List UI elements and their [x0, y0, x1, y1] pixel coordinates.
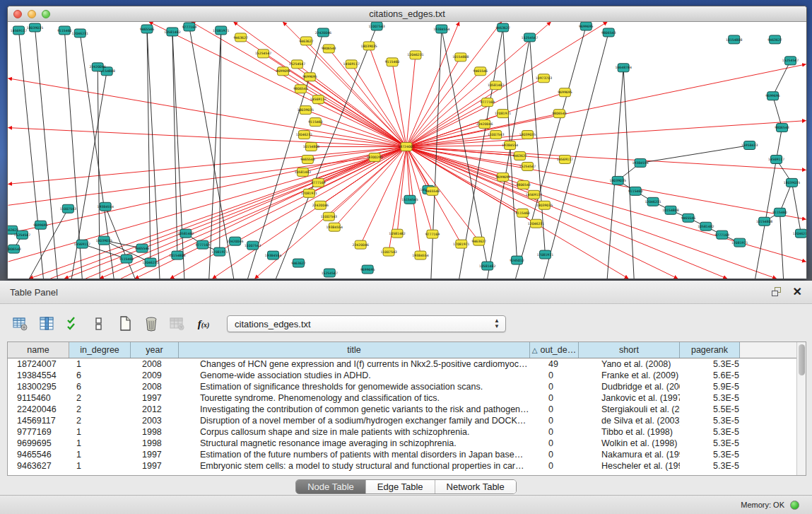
graph-edge[interactable] — [306, 41, 406, 147]
graph-node[interactable]: 11007543 — [368, 22, 384, 30]
graph-node[interactable]: 10154808 — [726, 35, 742, 44]
graph-node[interactable]: 12046231 — [72, 29, 88, 37]
graph-node[interactable]: 9463627 — [767, 35, 782, 44]
graph-node[interactable]: 17081971 — [495, 110, 511, 118]
table-row[interactable]: 1938455462009Genome-wide association stu… — [8, 370, 806, 381]
graph-node[interactable]: 9115460 — [772, 208, 787, 216]
table-row[interactable]: 977716911998Corpus callosum shape and si… — [8, 426, 806, 438]
cell-short[interactable]: Jankovic et al. (1997) — [579, 392, 680, 404]
graph-node[interactable]: 12046231 — [296, 131, 312, 139]
graph-node[interactable]: 10581482 — [479, 262, 495, 270]
graph-node[interactable]: 10973703 — [536, 74, 552, 83]
graph-node[interactable]: 9465546 — [473, 67, 488, 76]
cell-pagerank[interactable]: 5.6E-5 — [680, 370, 740, 381]
graph-node[interactable]: 17081971 — [537, 250, 553, 259]
cell-title[interactable]: Changes of HCN gene expression and I(f) … — [179, 358, 530, 370]
cell-year[interactable]: 1998 — [131, 438, 179, 449]
cell-pagerank[interactable]: 5.9E-5 — [680, 381, 740, 392]
graph-edge[interactable] — [172, 32, 177, 255]
cell-pagerank[interactable]: 5.3E-5 — [680, 438, 740, 449]
cell-year[interactable]: 2008 — [131, 358, 179, 370]
cell-in_degree[interactable]: 2 — [69, 392, 131, 404]
cell-in_degree[interactable]: 1 — [69, 460, 131, 472]
graph-node[interactable]: 14569117 — [557, 155, 573, 163]
graph-node[interactable]: 9777169 — [425, 230, 440, 238]
graph-node[interactable]: 9245012 — [510, 256, 524, 264]
graph-edge[interactable] — [397, 147, 406, 234]
graph-node[interactable]: 14569117 — [526, 190, 542, 199]
graph-edge[interactable] — [777, 128, 782, 160]
table-row[interactable]: 1872400712008Changes of HCN gene express… — [8, 358, 806, 370]
cell-title[interactable]: Estimation of significance thresholds fo… — [179, 381, 530, 392]
graph-node[interactable]: 14569117 — [11, 26, 27, 35]
graph-node[interactable]: 14569117 — [74, 240, 90, 248]
graph-node[interactable]: 10581482 — [164, 28, 180, 36]
graph-edge[interactable] — [170, 147, 406, 279]
graph-node[interactable]: 9806543 — [601, 28, 616, 37]
cell-name[interactable]: 19384554 — [8, 370, 69, 381]
graph-node[interactable]: 10154808 — [662, 206, 678, 214]
new-column-button[interactable] — [114, 314, 136, 334]
graph-edge[interactable] — [19, 30, 44, 279]
graph-node[interactable]: 18039035 — [519, 131, 536, 139]
memory-status-indicator[interactable] — [790, 501, 799, 510]
graph-node[interactable]: 9777169 — [196, 240, 210, 249]
graph-node[interactable]: 9806543 — [8, 245, 21, 253]
graph-node[interactable]: 9465546 — [135, 244, 149, 252]
graph-edge[interactable] — [406, 22, 459, 147]
graph-edge[interactable] — [516, 26, 587, 279]
graph-node[interactable]: 9463627 — [472, 237, 486, 245]
graph-node[interactable]: 18039035 — [96, 236, 112, 245]
cell-out_degree[interactable]: 0 — [530, 381, 579, 392]
cell-pagerank[interactable]: 5.3E-5 — [680, 358, 740, 370]
graph-node[interactable]: 9463627 — [495, 23, 510, 32]
graph-node[interactable]: 11007543 — [380, 247, 396, 256]
cell-title[interactable]: Embryonic stem cells: a model to study s… — [179, 460, 530, 472]
cell-name[interactable]: 9463627 — [8, 460, 69, 472]
scrollbar-thumb[interactable] — [799, 344, 805, 375]
graph-node[interactable]: 22420046 — [476, 120, 493, 129]
graph-edge[interactable] — [8, 78, 406, 147]
select-all-button[interactable] — [62, 314, 83, 334]
graph-edge[interactable] — [442, 29, 488, 266]
tab-node-table[interactable]: Node Table — [296, 480, 366, 493]
graph-node[interactable]: 9115460 — [308, 118, 322, 127]
graph-node[interactable]: 9777169 — [715, 230, 729, 239]
graph-edge[interactable] — [792, 182, 801, 233]
graph-node[interactable]: 10581482 — [488, 81, 504, 90]
cell-year[interactable]: 2003 — [131, 415, 179, 426]
cell-pagerank[interactable]: 5.3E-5 — [680, 392, 740, 404]
deselect-all-button[interactable] — [88, 314, 110, 334]
graph-node[interactable]: 10154808 — [169, 251, 185, 259]
cell-out_degree[interactable]: 0 — [530, 449, 579, 460]
graph-edge[interactable] — [640, 146, 750, 163]
graph-node[interactable]: 9463627 — [233, 33, 247, 42]
minimize-window-button[interactable] — [28, 10, 36, 18]
cell-pagerank[interactable]: 5.5E-5 — [680, 404, 740, 415]
cell-pagerank[interactable]: 5.3E-5 — [680, 449, 740, 460]
graph-node[interactable]: 18039035 — [536, 201, 553, 209]
cell-name[interactable]: 9777169 — [8, 426, 69, 438]
cell-title[interactable]: Disruption of a novel member of a sodium… — [179, 415, 530, 426]
cell-short[interactable]: Hescheler et al. (1997) — [579, 460, 680, 472]
graph-edge[interactable] — [406, 71, 481, 147]
graph-node[interactable]: 9777169 — [480, 98, 494, 107]
cell-in_degree[interactable]: 1 — [69, 358, 131, 370]
graph-edge[interactable] — [320, 147, 406, 206]
graph-node[interactable]: 9699695 — [495, 173, 510, 181]
cell-out_degree[interactable]: 0 — [530, 438, 579, 449]
graph-node[interactable]: 17081971 — [211, 247, 228, 256]
graph-node[interactable]: 9699695 — [579, 22, 593, 30]
cell-short[interactable]: Stergiakouli et al. (2012) — [579, 404, 680, 415]
graph-node[interactable]: 9465546 — [681, 214, 695, 222]
graph-node[interactable]: 15254547 — [14, 230, 30, 239]
graph-node[interactable]: 9699695 — [276, 67, 290, 76]
graph-node[interactable]: 18039035 — [784, 178, 800, 187]
graph-node[interactable]: 14569117 — [310, 95, 326, 104]
graph-node[interactable]: 15254547 — [522, 33, 538, 42]
graph-node[interactable]: 10154808 — [452, 53, 469, 62]
graph-node[interactable]: 11007543 — [321, 212, 337, 221]
cell-year[interactable]: 1997 — [131, 449, 179, 460]
graph-node[interactable]: 18039035 — [298, 106, 314, 115]
cell-title[interactable]: Estimation of the future numbers of pati… — [179, 449, 530, 460]
